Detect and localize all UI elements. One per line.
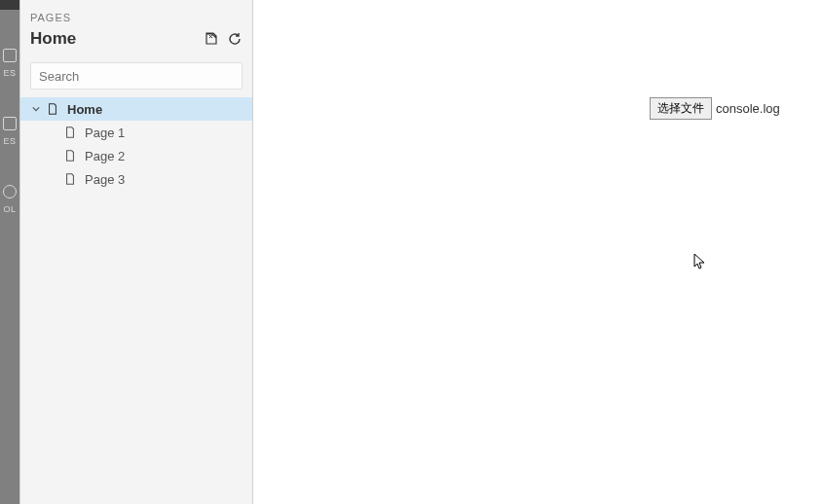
- tree-root-home[interactable]: Home: [20, 97, 252, 121]
- toolstrip-top-accent: [0, 0, 19, 10]
- toolstrip-item-label: ES: [3, 68, 16, 78]
- toolstrip-item-label: OL: [3, 204, 16, 214]
- tree-item-label: Page 1: [85, 126, 125, 140]
- panel-label: PAGES: [30, 12, 243, 23]
- tree-item-page1[interactable]: Page 1: [20, 121, 252, 144]
- sidebar-header: PAGES Home: [20, 0, 252, 56]
- tree-item-page2[interactable]: Page 2: [20, 144, 252, 167]
- design-canvas: 选择文件 console.log: [254, 0, 822, 504]
- toolstrip-icon: [3, 117, 17, 130]
- file-input-widget: 选择文件 console.log: [650, 97, 780, 120]
- page-icon: [63, 149, 77, 162]
- toolstrip-icon: [3, 185, 17, 198]
- toolstrip-item-2[interactable]: ES: [2, 117, 18, 146]
- page-icon: [46, 102, 59, 116]
- panel-title-row: Home: [30, 29, 243, 49]
- toolstrip-item-3[interactable]: OL: [2, 185, 18, 214]
- choose-file-button[interactable]: 选择文件: [650, 97, 712, 120]
- search-input[interactable]: [30, 62, 243, 90]
- header-actions: [204, 31, 243, 47]
- left-toolstrip: ES ES OL: [0, 0, 19, 504]
- page-title: Home: [30, 29, 76, 49]
- caret-down-icon[interactable]: [30, 105, 42, 113]
- export-icon[interactable]: [204, 31, 219, 47]
- refresh-icon[interactable]: [227, 31, 243, 47]
- tree-item-page3[interactable]: Page 3: [20, 167, 252, 191]
- toolstrip-icon: [3, 49, 17, 62]
- toolstrip-item-1[interactable]: ES: [2, 49, 18, 78]
- chosen-file-name: console.log: [716, 101, 780, 116]
- toolstrip-item-label: ES: [3, 136, 16, 146]
- tree-item-label: Page 2: [85, 149, 125, 163]
- tree-item-label: Page 3: [85, 172, 125, 187]
- page-icon: [63, 126, 77, 139]
- page-tree: Home Page 1 Page 2 Page 3: [20, 97, 252, 191]
- tree-item-label: Home: [67, 102, 102, 117]
- page-icon: [63, 172, 77, 186]
- pages-sidebar: PAGES Home Home: [19, 0, 253, 504]
- search-wrapper: [20, 56, 252, 97]
